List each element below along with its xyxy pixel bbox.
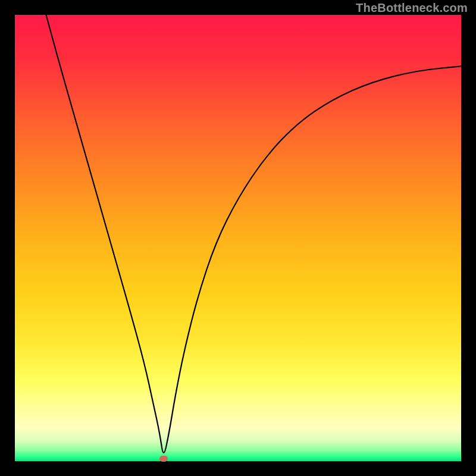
chart-frame: TheBottleneck.com (0, 0, 476, 476)
chart-plot (15, 15, 461, 461)
watermark-text: TheBottleneck.com (356, 1, 468, 15)
plot-background (15, 15, 461, 461)
optimum-marker (159, 456, 168, 462)
